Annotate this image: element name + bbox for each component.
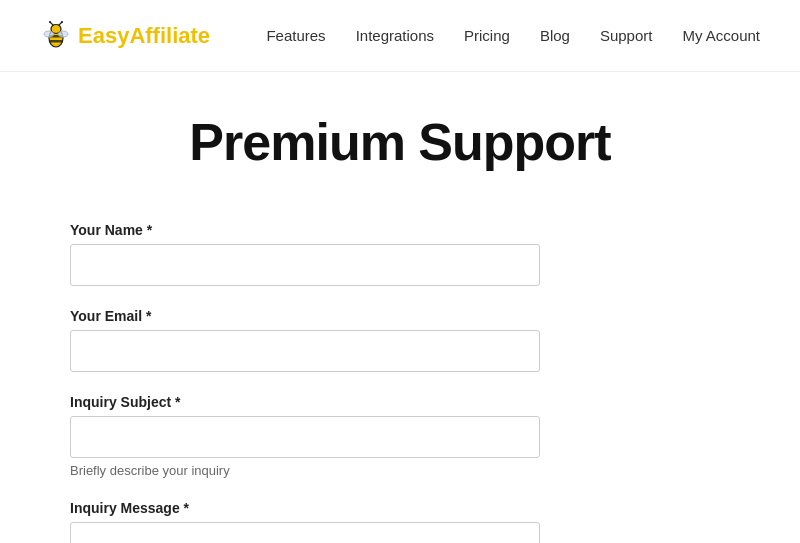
email-input[interactable] bbox=[70, 330, 540, 372]
message-label: Inquiry Message * bbox=[70, 500, 730, 516]
nav-support[interactable]: Support bbox=[600, 27, 653, 44]
svg-rect-2 bbox=[50, 40, 63, 43]
nav-integrations[interactable]: Integrations bbox=[356, 27, 434, 44]
bee-icon bbox=[40, 20, 72, 52]
logo-text: EasyAffiliate bbox=[78, 23, 210, 49]
email-field-group: Your Email * bbox=[70, 308, 730, 372]
subject-input[interactable] bbox=[70, 416, 540, 458]
name-label: Your Name * bbox=[70, 222, 730, 238]
subject-label: Inquiry Subject * bbox=[70, 394, 730, 410]
nav-features[interactable]: Features bbox=[266, 27, 325, 44]
support-form: Your Name * Your Email * Inquiry Subject… bbox=[70, 222, 730, 543]
page-title: Premium Support bbox=[70, 112, 730, 172]
name-field-group: Your Name * bbox=[70, 222, 730, 286]
site-header: EasyAffiliate Features Integrations Pric… bbox=[0, 0, 800, 72]
logo-link[interactable]: EasyAffiliate bbox=[40, 20, 210, 52]
svg-point-7 bbox=[61, 21, 63, 23]
logo-easy: Easy bbox=[78, 23, 129, 48]
main-content: Premium Support Your Name * Your Email *… bbox=[50, 72, 750, 543]
logo-affiliate: Affiliate bbox=[129, 23, 210, 48]
message-field-group: Inquiry Message * bbox=[70, 500, 730, 543]
nav-pricing[interactable]: Pricing bbox=[464, 27, 510, 44]
name-input[interactable] bbox=[70, 244, 540, 286]
nav-blog[interactable]: Blog bbox=[540, 27, 570, 44]
message-input[interactable] bbox=[70, 522, 540, 543]
subject-hint: Briefly describe your inquiry bbox=[70, 463, 730, 478]
svg-point-9 bbox=[58, 31, 68, 37]
svg-point-5 bbox=[49, 21, 51, 23]
nav-my-account[interactable]: My Account bbox=[682, 27, 760, 44]
email-label: Your Email * bbox=[70, 308, 730, 324]
subject-field-group: Inquiry Subject * Briefly describe your … bbox=[70, 394, 730, 478]
main-nav: Features Integrations Pricing Blog Suppo… bbox=[266, 27, 760, 44]
svg-point-8 bbox=[44, 31, 54, 37]
